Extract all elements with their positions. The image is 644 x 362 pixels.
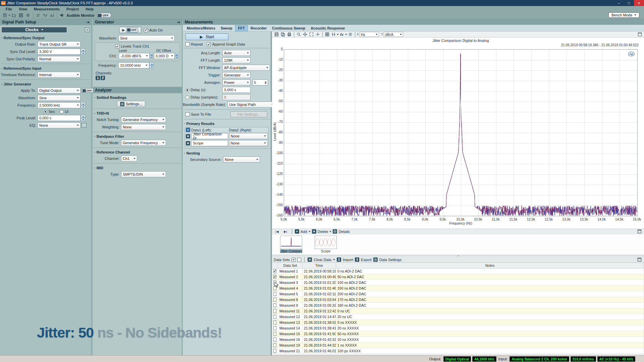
delay-s-radio[interactable] bbox=[185, 88, 189, 92]
jitter-off-toggle[interactable]: OFF bbox=[82, 88, 94, 93]
row-checkbox[interactable]: ✔ bbox=[273, 269, 277, 273]
column-header-time[interactable]: Time bbox=[303, 263, 336, 268]
table-row[interactable]: Measured 321.06.2019 01:01:20100 ns ADI-… bbox=[272, 280, 644, 286]
delay-samples-radio[interactable] bbox=[185, 96, 189, 99]
clocks-selector[interactable]: Clocks bbox=[1, 27, 67, 33]
append-checkbox[interactable]: ✔ bbox=[207, 42, 211, 46]
close-button[interactable]: ✕ bbox=[634, 0, 644, 6]
fft-length-dropdown[interactable]: 128K bbox=[222, 57, 251, 63]
row-checkbox[interactable] bbox=[273, 298, 276, 302]
notch-tuning-dropdown[interactable]: Generator Frequency bbox=[121, 117, 166, 123]
remove-result-icon[interactable]: ✕ bbox=[186, 134, 190, 138]
maximize-button[interactable]: □ bbox=[624, 0, 634, 6]
graph-fx-icon[interactable]: fx bbox=[339, 32, 345, 37]
tab-continuous-sweep[interactable]: Continuous Sweep bbox=[269, 25, 308, 31]
generator-on-off-button[interactable]: ▶OFF bbox=[119, 27, 141, 33]
table-row[interactable]: ✔Measured 121.06.2019 00:58:190 ns ADI-2… bbox=[272, 268, 644, 274]
table-row[interactable]: Measured 1621.06.2019 01:42:3310 ns XXXX… bbox=[272, 337, 644, 343]
graph-table-icon[interactable] bbox=[324, 32, 330, 37]
jitter-waveform-dropdown[interactable]: Sine bbox=[38, 95, 80, 101]
averages-count-input[interactable]: 5 bbox=[253, 79, 268, 85]
graph-maximize-icon[interactable] bbox=[637, 32, 643, 37]
ui-radio[interactable] bbox=[60, 110, 63, 114]
jitter-frequency-spinner[interactable] bbox=[81, 102, 85, 108]
column-header-data-set[interactable]: Data Set bbox=[278, 263, 303, 268]
ch1-level-combo[interactable]: -3,000 dBFS bbox=[119, 53, 150, 59]
tab-monitors-meters[interactable]: Monitors/Meters bbox=[184, 25, 218, 31]
check-all-icon[interactable]: ✔ bbox=[291, 258, 296, 262]
regulation-icon[interactable] bbox=[49, 12, 55, 18]
row-checkbox[interactable] bbox=[273, 292, 276, 296]
row-checkbox[interactable] bbox=[273, 326, 276, 330]
data-settings-icon[interactable] bbox=[373, 257, 378, 262]
table-row[interactable]: Measured 1421.06.2019 01:38:4120 ns XXXX… bbox=[272, 325, 644, 331]
channel-2-button[interactable]: 2 bbox=[101, 76, 105, 80]
table-row[interactable]: Measured 821.06.2019 01:03:54170 ns ADI-… bbox=[272, 297, 644, 303]
settings-gear-icon[interactable] bbox=[24, 12, 31, 18]
signal-monitor-icon[interactable] bbox=[42, 12, 48, 18]
first-result-icon[interactable]: |◀ bbox=[274, 229, 280, 235]
delay-s-input[interactable]: 0,000 s bbox=[222, 87, 251, 93]
navigator-pin-icon[interactable] bbox=[636, 229, 643, 235]
dock-icon[interactable]: ⇥ bbox=[177, 20, 180, 24]
remove-result-icon[interactable]: ✕ bbox=[186, 141, 190, 145]
tab-recorder[interactable]: Recorder bbox=[248, 25, 269, 31]
delete-graph-label[interactable]: Delete bbox=[318, 230, 328, 234]
table-row[interactable]: Measured 521.06.2019 01:02:11200 ns ADI-… bbox=[272, 291, 644, 297]
sync-out-polarity-dropdown[interactable]: Normal bbox=[38, 56, 80, 62]
uncheck-all-icon[interactable] bbox=[297, 258, 301, 262]
add-graph-icon[interactable]: + bbox=[295, 229, 299, 234]
result-2-field[interactable]: Scope bbox=[191, 140, 228, 146]
new-project-icon[interactable] bbox=[1, 12, 8, 18]
add-graph-label[interactable]: Add bbox=[301, 230, 307, 234]
column-header-notes[interactable]: Notes bbox=[336, 263, 644, 268]
result-thumbnail-jitter-comparison-[interactable]: Jitter Comparison... bbox=[280, 236, 302, 253]
file-settings-button[interactable]: File Settings... bbox=[230, 111, 267, 117]
io-swap-icon[interactable] bbox=[35, 12, 41, 18]
averages-dropdown[interactable]: Power bbox=[222, 79, 251, 85]
result-1-field[interactable]: Jitter Comparison Di bbox=[191, 133, 228, 139]
tune-mode-dropdown[interactable]: Generator Frequency bbox=[121, 140, 166, 146]
add-result-icon[interactable]: + bbox=[186, 128, 190, 132]
add-dropdown-icon[interactable] bbox=[309, 231, 311, 232]
export-icon[interactable]: ⇧ bbox=[355, 257, 359, 262]
delete-graph-icon[interactable]: ✕ bbox=[312, 229, 316, 234]
details-icon[interactable] bbox=[333, 229, 337, 234]
dock-icon[interactable]: ⇥ bbox=[86, 20, 89, 24]
x-unit-dropdown[interactable]: Hz bbox=[360, 32, 379, 37]
menu-project[interactable]: Project bbox=[63, 7, 82, 11]
row-checkbox[interactable] bbox=[273, 303, 276, 307]
delay-samples-input[interactable]: 0 bbox=[222, 94, 251, 100]
eq-settings-button[interactable]: … bbox=[82, 123, 87, 128]
peak-level-spinner[interactable] bbox=[81, 115, 85, 121]
open-project-icon[interactable] bbox=[10, 12, 17, 18]
channel-1-button[interactable]: 1 bbox=[96, 76, 100, 80]
row-checkbox[interactable] bbox=[273, 332, 276, 336]
menu-help[interactable]: Help bbox=[83, 7, 97, 11]
import-label[interactable]: Import bbox=[343, 258, 353, 262]
ch1-dc-spinner[interactable] bbox=[175, 53, 178, 59]
graph-zoom-icon[interactable] bbox=[296, 32, 302, 37]
bandwidth-dropdown[interactable]: Use Signal Path bbox=[227, 102, 275, 108]
output-rate-dropdown[interactable]: Track Output SR bbox=[38, 41, 80, 47]
table-row[interactable]: Measured 1121.06.2019 01:12:430 ns UC bbox=[272, 308, 644, 314]
clear-data-icon[interactable]: ✕ bbox=[308, 257, 312, 262]
clear-data-label[interactable]: Clear Data bbox=[314, 258, 331, 262]
save-project-icon[interactable] bbox=[17, 12, 24, 18]
graph-save-icon[interactable] bbox=[273, 32, 279, 37]
data-settings-label[interactable]: Data Settings bbox=[379, 258, 401, 262]
graph-print-icon[interactable] bbox=[286, 32, 292, 37]
peak-level-input[interactable]: 0,000 s bbox=[38, 115, 80, 121]
gen-frequency-combo[interactable]: 10,0000 kHz bbox=[118, 62, 149, 68]
table-row[interactable]: ✔Measured 221.06.2019 01:00:4950 ns ADI-… bbox=[272, 274, 644, 280]
eq-dropdown[interactable]: None bbox=[38, 122, 80, 128]
table-row[interactable]: Measured 1521.06.2019 01:41:5050 ns XXXX… bbox=[272, 331, 644, 337]
tab-acoustic-response[interactable]: Acoustic Response bbox=[308, 25, 347, 31]
tab-sweep[interactable]: Sweep bbox=[218, 25, 235, 31]
minimize-button[interactable]: – bbox=[614, 0, 624, 6]
fft-window-dropdown[interactable]: AP-Equiripple bbox=[222, 65, 270, 71]
bench-mode-button[interactable]: Bench Mode bbox=[608, 12, 639, 18]
row-checkbox[interactable] bbox=[273, 343, 276, 347]
graph-center-icon[interactable] bbox=[315, 32, 321, 37]
ch1-dc-combo[interactable]: 0,000 D bbox=[154, 53, 175, 59]
